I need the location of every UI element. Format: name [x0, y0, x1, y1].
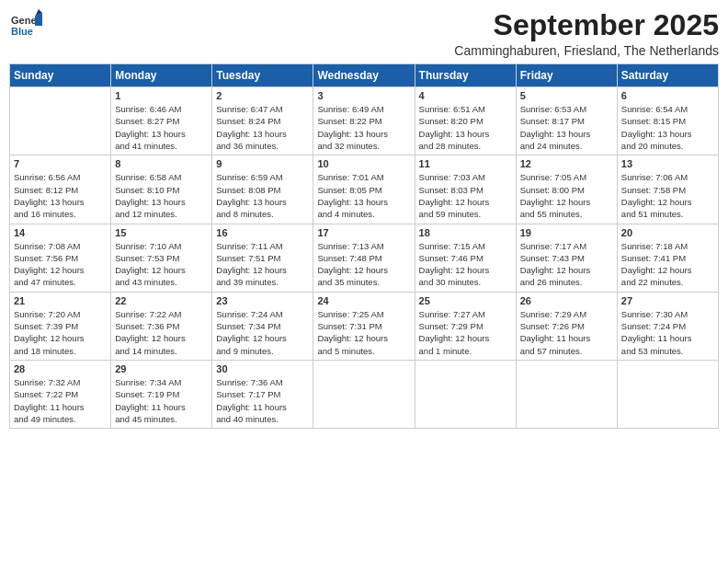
day-number: 6 [621, 90, 714, 101]
day-number: 17 [317, 227, 410, 238]
cell-content: Sunrise: 6:51 AM Sunset: 8:20 PM Dayligh… [419, 103, 512, 152]
cell-content: Sunrise: 7:06 AM Sunset: 7:58 PM Dayligh… [621, 171, 714, 220]
cell-content: Sunrise: 7:17 AM Sunset: 7:43 PM Dayligh… [520, 240, 613, 289]
calendar-cell: 13Sunrise: 7:06 AM Sunset: 7:58 PM Dayli… [617, 155, 718, 224]
calendar-cell: 28Sunrise: 7:32 AM Sunset: 7:22 PM Dayli… [10, 360, 111, 428]
calendar-week-2: 7Sunrise: 6:56 AM Sunset: 8:12 PM Daylig… [10, 155, 719, 224]
day-number: 19 [520, 227, 613, 238]
cell-content: Sunrise: 6:58 AM Sunset: 8:10 PM Dayligh… [115, 171, 208, 220]
calendar-week-4: 21Sunrise: 7:20 AM Sunset: 7:39 PM Dayli… [10, 292, 719, 360]
month-title: September 2025 [454, 9, 719, 41]
calendar-cell: 30Sunrise: 7:36 AM Sunset: 7:17 PM Dayli… [212, 360, 313, 428]
calendar-cell: 21Sunrise: 7:20 AM Sunset: 7:39 PM Dayli… [10, 292, 111, 360]
cell-content: Sunrise: 6:47 AM Sunset: 8:24 PM Dayligh… [216, 103, 309, 152]
page-header: General Blue September 2025 Camminghabur… [9, 9, 719, 58]
calendar-cell [516, 360, 617, 428]
calendar-cell: 17Sunrise: 7:13 AM Sunset: 7:48 PM Dayli… [313, 224, 415, 292]
cell-content: Sunrise: 7:13 AM Sunset: 7:48 PM Dayligh… [317, 240, 410, 289]
cell-content: Sunrise: 7:05 AM Sunset: 8:00 PM Dayligh… [520, 171, 613, 220]
day-number: 21 [14, 295, 107, 306]
day-number: 29 [115, 363, 208, 374]
cell-content: Sunrise: 7:27 AM Sunset: 7:29 PM Dayligh… [419, 308, 512, 357]
weekday-tuesday: Tuesday [212, 64, 313, 87]
cell-content: Sunrise: 7:18 AM Sunset: 7:41 PM Dayligh… [621, 240, 714, 289]
cell-content: Sunrise: 7:29 AM Sunset: 7:26 PM Dayligh… [520, 308, 613, 357]
calendar-cell: 9Sunrise: 6:59 AM Sunset: 8:08 PM Daylig… [212, 155, 313, 224]
calendar-cell: 14Sunrise: 7:08 AM Sunset: 7:56 PM Dayli… [10, 224, 111, 292]
calendar-cell: 8Sunrise: 6:58 AM Sunset: 8:10 PM Daylig… [111, 155, 212, 224]
weekday-monday: Monday [111, 64, 212, 87]
cell-content: Sunrise: 6:59 AM Sunset: 8:08 PM Dayligh… [216, 171, 309, 220]
day-number: 9 [216, 158, 309, 169]
day-number: 3 [317, 90, 410, 101]
day-number: 16 [216, 227, 309, 238]
cell-content: Sunrise: 6:56 AM Sunset: 8:12 PM Dayligh… [14, 171, 107, 220]
calendar-cell [10, 87, 111, 155]
cell-content: Sunrise: 7:20 AM Sunset: 7:39 PM Dayligh… [14, 308, 107, 357]
weekday-friday: Friday [516, 64, 617, 87]
cell-content: Sunrise: 7:30 AM Sunset: 7:24 PM Dayligh… [621, 308, 714, 357]
day-number: 30 [216, 363, 309, 374]
weekday-wednesday: Wednesday [313, 64, 415, 87]
calendar-cell: 4Sunrise: 6:51 AM Sunset: 8:20 PM Daylig… [415, 87, 516, 155]
calendar-cell: 19Sunrise: 7:17 AM Sunset: 7:43 PM Dayli… [516, 224, 617, 292]
cell-content: Sunrise: 7:11 AM Sunset: 7:51 PM Dayligh… [216, 240, 309, 289]
day-number: 12 [520, 158, 613, 169]
calendar-cell: 22Sunrise: 7:22 AM Sunset: 7:36 PM Dayli… [111, 292, 212, 360]
cell-content: Sunrise: 7:10 AM Sunset: 7:53 PM Dayligh… [115, 240, 208, 289]
calendar-cell: 1Sunrise: 6:46 AM Sunset: 8:27 PM Daylig… [111, 87, 212, 155]
location-subtitle: Camminghaburen, Friesland, The Netherlan… [454, 43, 719, 58]
svg-text:Blue: Blue [11, 26, 33, 37]
logo: General Blue [9, 9, 42, 42]
cell-content: Sunrise: 7:25 AM Sunset: 7:31 PM Dayligh… [317, 308, 410, 357]
calendar-week-1: 1Sunrise: 6:46 AM Sunset: 8:27 PM Daylig… [10, 87, 719, 155]
day-number: 1 [115, 90, 208, 101]
calendar-cell: 18Sunrise: 7:15 AM Sunset: 7:46 PM Dayli… [415, 224, 516, 292]
calendar-cell [617, 360, 718, 428]
cell-content: Sunrise: 6:53 AM Sunset: 8:17 PM Dayligh… [520, 103, 613, 152]
day-number: 15 [115, 227, 208, 238]
calendar-cell: 25Sunrise: 7:27 AM Sunset: 7:29 PM Dayli… [415, 292, 516, 360]
calendar-cell: 20Sunrise: 7:18 AM Sunset: 7:41 PM Dayli… [617, 224, 718, 292]
calendar-cell: 27Sunrise: 7:30 AM Sunset: 7:24 PM Dayli… [617, 292, 718, 360]
cell-content: Sunrise: 7:15 AM Sunset: 7:46 PM Dayligh… [419, 240, 512, 289]
cell-content: Sunrise: 7:32 AM Sunset: 7:22 PM Dayligh… [14, 376, 107, 425]
day-number: 26 [520, 295, 613, 306]
calendar-cell: 3Sunrise: 6:49 AM Sunset: 8:22 PM Daylig… [313, 87, 415, 155]
calendar-body: 1Sunrise: 6:46 AM Sunset: 8:27 PM Daylig… [10, 87, 719, 429]
title-block: September 2025 Camminghaburen, Friesland… [454, 9, 719, 58]
day-number: 5 [520, 90, 613, 101]
calendar-cell: 23Sunrise: 7:24 AM Sunset: 7:34 PM Dayli… [212, 292, 313, 360]
weekday-thursday: Thursday [415, 64, 516, 87]
calendar-cell [313, 360, 415, 428]
cell-content: Sunrise: 7:01 AM Sunset: 8:05 PM Dayligh… [317, 171, 410, 220]
day-number: 18 [419, 227, 512, 238]
calendar-cell: 26Sunrise: 7:29 AM Sunset: 7:26 PM Dayli… [516, 292, 617, 360]
calendar-cell: 24Sunrise: 7:25 AM Sunset: 7:31 PM Dayli… [313, 292, 415, 360]
calendar-cell: 5Sunrise: 6:53 AM Sunset: 8:17 PM Daylig… [516, 87, 617, 155]
calendar-cell: 29Sunrise: 7:34 AM Sunset: 7:19 PM Dayli… [111, 360, 212, 428]
day-number: 13 [621, 158, 714, 169]
day-number: 7 [14, 158, 107, 169]
calendar-cell: 10Sunrise: 7:01 AM Sunset: 8:05 PM Dayli… [313, 155, 415, 224]
day-number: 27 [621, 295, 714, 306]
cell-content: Sunrise: 7:08 AM Sunset: 7:56 PM Dayligh… [14, 240, 107, 289]
cell-content: Sunrise: 6:49 AM Sunset: 8:22 PM Dayligh… [317, 103, 410, 152]
calendar-week-5: 28Sunrise: 7:32 AM Sunset: 7:22 PM Dayli… [10, 360, 719, 428]
day-number: 2 [216, 90, 309, 101]
day-number: 10 [317, 158, 410, 169]
day-number: 22 [115, 295, 208, 306]
calendar-cell: 16Sunrise: 7:11 AM Sunset: 7:51 PM Dayli… [212, 224, 313, 292]
day-number: 4 [419, 90, 512, 101]
calendar-cell: 6Sunrise: 6:54 AM Sunset: 8:15 PM Daylig… [617, 87, 718, 155]
calendar-cell: 11Sunrise: 7:03 AM Sunset: 8:03 PM Dayli… [415, 155, 516, 224]
calendar-cell [415, 360, 516, 428]
day-number: 24 [317, 295, 410, 306]
cell-content: Sunrise: 6:46 AM Sunset: 8:27 PM Dayligh… [115, 103, 208, 152]
day-number: 14 [14, 227, 107, 238]
day-number: 11 [419, 158, 512, 169]
weekday-header-row: SundayMondayTuesdayWednesdayThursdayFrid… [10, 64, 719, 87]
calendar-cell: 12Sunrise: 7:05 AM Sunset: 8:00 PM Dayli… [516, 155, 617, 224]
cell-content: Sunrise: 7:36 AM Sunset: 7:17 PM Dayligh… [216, 376, 309, 425]
day-number: 28 [14, 363, 107, 374]
